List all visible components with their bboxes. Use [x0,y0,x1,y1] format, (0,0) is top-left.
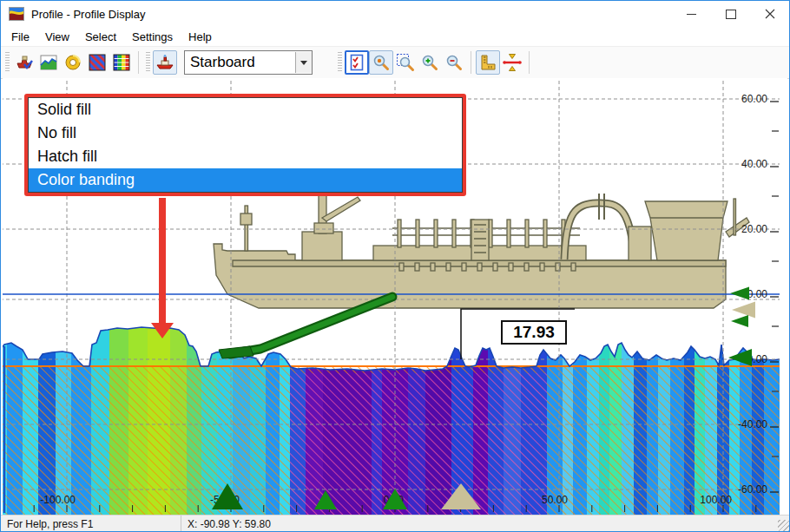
svg-text:-100.00: -100.00 [40,494,76,506]
toolbar-separator [529,51,530,74]
toolbar-grip[interactable] [5,52,10,73]
app-icon [9,7,24,21]
tape-roll-button[interactable] [61,50,85,75]
chevron-down-icon [300,61,307,65]
zoom-window-button[interactable] [393,50,418,75]
zoom-in-icon [420,53,439,72]
svg-text:20.00: 20.00 [741,223,767,235]
close-button[interactable] [750,1,789,27]
fill-style-list: Solid fillNo fillHatch fillColor banding [28,97,463,193]
menu-settings[interactable]: Settings [124,29,181,45]
seabed-hatch-overlay [3,366,780,515]
status-bar: For Help, press F1 X: -90.98 Y: 59.80 [1,515,789,532]
hatch-fill-icon [88,53,107,72]
menu-select[interactable]: Select [77,29,124,45]
menu-view[interactable]: View [37,29,77,45]
resize-grip[interactable] [778,520,789,531]
svg-text:50.00: 50.00 [542,494,568,506]
combo-dropdown-button[interactable] [295,52,312,73]
open-profile-icon [15,53,34,72]
fill-option-hatch-fill[interactable]: Hatch fill [29,145,462,168]
span-measure-icon [501,53,523,72]
app-window: Profile - Profile Display FileViewSelect… [0,0,790,532]
offset-ruler-button[interactable] [476,50,500,75]
fill-option-color-banding[interactable]: Color banding [29,168,462,192]
profile-chart-icon [39,53,58,72]
svg-text:0.00: 0.00 [747,288,768,300]
dredger-ship-silhouette [214,194,749,308]
survey-checklist-button[interactable] [345,50,369,75]
window-title: Profile - Profile Display [31,8,146,21]
close-icon [765,9,775,19]
tape-roll-icon [63,53,82,72]
toolbar-separator [471,51,471,74]
span-measure-button[interactable] [500,50,524,75]
menu-bar: FileViewSelectSettingsHelp [1,27,789,46]
zoom-in-button[interactable] [418,50,442,75]
svg-text:40.00: 40.00 [741,158,767,170]
title-bar: Profile - Profile Display [1,1,789,27]
status-coordinates: X: -90.98 Y: 59.80 [181,518,778,530]
profile-chart-button[interactable] [36,50,61,75]
toolbar: Starboard [1,46,789,79]
svg-text:-60.00: -60.00 [738,483,767,496]
fill-style-context-menu: Solid fillNo fillHatch fillColor banding [24,94,466,196]
offset-ruler-icon [478,53,497,72]
toolbar-separator [138,51,139,74]
hatch-fill-button[interactable] [85,50,109,75]
status-help-text: For Help, press F1 [1,518,181,530]
zoom-out-icon [444,53,464,72]
menu-file[interactable]: File [3,29,37,45]
window-controls [672,1,789,27]
color-bands-icon [112,53,131,72]
zoom-window-icon [396,53,415,72]
vessel-icon [155,53,174,72]
profile-side-value: Starboard [185,54,295,71]
maximize-icon [726,10,736,19]
svg-text:60.00: 60.00 [741,93,767,105]
minimize-icon [687,14,696,15]
zoom-point-icon [372,53,391,72]
svg-text:100.00: 100.00 [700,494,732,506]
fill-option-no-fill[interactable]: No fill [29,122,462,145]
fill-option-solid-fill[interactable]: Solid fill [29,98,462,122]
draghead [219,346,253,358]
color-bands-button[interactable] [109,50,134,75]
svg-text:-40.00: -40.00 [738,418,767,430]
annotation-arrow [151,198,174,338]
vessel-button[interactable] [153,50,177,75]
depth-value-box: 17.93 [501,320,567,345]
maximize-button[interactable] [711,1,750,27]
profile-side-selector[interactable]: Starboard [184,50,313,75]
toolbar-grip[interactable] [146,52,150,73]
zoom-point-button[interactable] [369,50,393,75]
toolbar-grip[interactable] [338,52,342,73]
zoom-out-button[interactable] [442,50,466,75]
survey-checklist-icon [347,53,366,72]
minimize-button[interactable] [672,1,711,27]
open-profile-button[interactable] [12,50,36,75]
menu-help[interactable]: Help [181,29,220,45]
